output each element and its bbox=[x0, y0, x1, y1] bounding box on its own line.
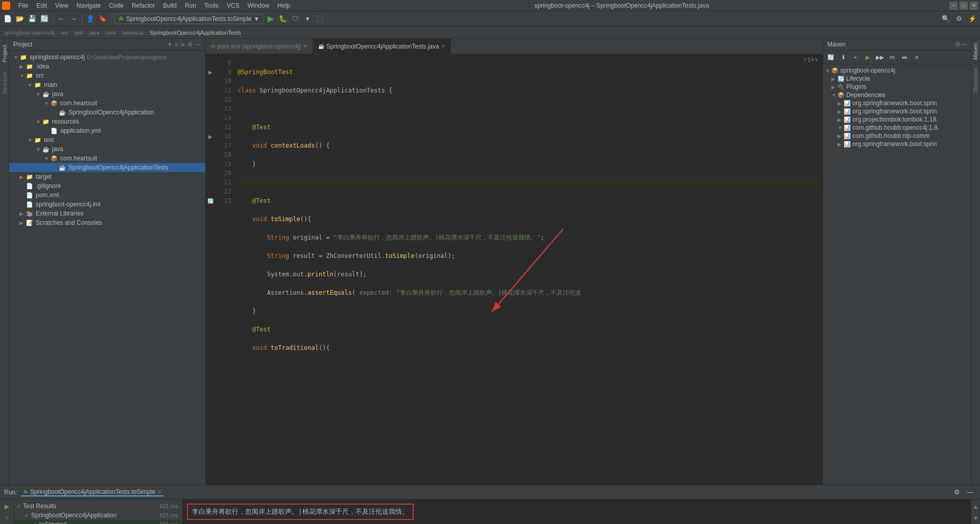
gutter-16[interactable]: ▶ bbox=[206, 132, 215, 141]
back-button[interactable]: ← bbox=[56, 13, 67, 25]
run-nav-down[interactable]: ∨ bbox=[815, 56, 819, 63]
menu-file[interactable]: File bbox=[14, 1, 32, 10]
refresh-button[interactable]: 🔄 bbox=[39, 13, 50, 25]
breadcrumb-current[interactable]: SpringbootOpencc4jApplicationTests bbox=[150, 30, 241, 36]
maven-dep-5[interactable]: ▶ 📊 com.github.houbb:nlp-comm bbox=[823, 132, 971, 140]
run-config-selector[interactable]: ☘ SpringbootOpencc4jApplicationTests.toS… bbox=[114, 14, 264, 24]
run-tab-active[interactable]: ☘ SpringbootOpencc4jApplicationTests.toS… bbox=[21, 488, 163, 496]
project-close-button[interactable]: — bbox=[195, 41, 201, 48]
run-panel-settings[interactable]: ⚙ bbox=[951, 487, 963, 498]
maven-deps[interactable]: ▼ 📦 Dependencies bbox=[823, 91, 971, 99]
tree-app-class[interactable]: ☕ SpringbootOpencc4jApplication bbox=[9, 108, 205, 117]
menu-vcs[interactable]: VCS bbox=[223, 1, 244, 10]
maven-m-button[interactable]: m bbox=[887, 52, 898, 63]
stop-button[interactable]: ⬛ bbox=[314, 13, 325, 25]
maven-dep-2[interactable]: ▶ 📊 org.springframework.boot:sprin bbox=[823, 107, 971, 115]
maven-lifecycle[interactable]: ▶ 🔄 Lifecycle bbox=[823, 75, 971, 83]
user-button[interactable]: 👤 bbox=[85, 13, 96, 25]
maven-plugins[interactable]: ▶ 🔌 Plugins bbox=[823, 83, 971, 91]
gutter-23[interactable]: 🔄 bbox=[206, 196, 215, 205]
code-editor[interactable]: ✓ 1 ∧ ∨ ▶ ▶ � bbox=[206, 54, 823, 485]
settings-button[interactable]: ⚙ bbox=[953, 13, 965, 25]
tree-main-java[interactable]: ▼ ☕ java bbox=[9, 89, 205, 99]
test-child[interactable]: ✓ SpringbootOpencc4jApplication 621 ms bbox=[14, 511, 182, 520]
menu-navigate[interactable]: Navigate bbox=[73, 1, 105, 10]
close-button[interactable]: ✕ bbox=[970, 2, 978, 10]
debug-button[interactable]: 🐛 bbox=[277, 13, 289, 25]
maven-minimize-button[interactable]: — bbox=[961, 41, 967, 48]
tree-test-class[interactable]: ☕ SpringbootOpencc4jApplicationTests bbox=[9, 163, 205, 172]
menu-refactor[interactable]: Refactor bbox=[128, 1, 159, 10]
breadcrumb-part-6[interactable]: heartsuit bbox=[122, 30, 144, 36]
maven-run-button[interactable]: ▶ bbox=[862, 52, 873, 63]
test-leaf[interactable]: ✓ toSimple() 621 ms bbox=[14, 520, 182, 524]
open-button[interactable]: 📂 bbox=[14, 13, 26, 25]
tree-app-yml[interactable]: 📄 application.yml bbox=[9, 126, 205, 135]
tab-tests[interactable]: ☕ SpringbootOpencc4jApplicationTests.jav… bbox=[313, 39, 451, 54]
new-file-button[interactable]: 📄 bbox=[2, 13, 13, 25]
rerun-button[interactable]: ▶ bbox=[2, 502, 12, 512]
maven-dep-1[interactable]: ▶ 📊 org.springframework.boot:sprin bbox=[823, 99, 971, 107]
gutter-9[interactable]: ▶ bbox=[206, 67, 215, 77]
menu-run[interactable]: Run bbox=[181, 1, 200, 10]
forward-button[interactable]: → bbox=[68, 13, 79, 25]
bookmark-button[interactable]: 🔖 bbox=[97, 13, 108, 25]
sidebar-tab-structure[interactable]: Structure bbox=[1, 67, 9, 99]
run-class-button[interactable]: ▶ bbox=[208, 69, 212, 75]
maximize-button[interactable]: □ bbox=[960, 2, 968, 10]
menu-window[interactable]: Window bbox=[244, 1, 274, 10]
menu-code[interactable]: Code bbox=[105, 1, 128, 10]
tree-com-heartsuit-main[interactable]: ▼ 📦 com.heartsuit bbox=[9, 99, 205, 108]
breadcrumb-part-4[interactable]: java bbox=[89, 30, 100, 36]
tab-tests-close[interactable]: ✕ bbox=[441, 43, 445, 49]
minimize-button[interactable]: ─ bbox=[949, 2, 958, 10]
breadcrumb-part-2[interactable]: src bbox=[61, 30, 68, 36]
right-tab-database[interactable]: Database bbox=[971, 64, 979, 96]
project-settings-button[interactable]: ≡ bbox=[175, 41, 178, 48]
tree-iml[interactable]: 📄 springboot-opencc4j.iml bbox=[9, 200, 205, 209]
sync-method-button[interactable]: 🔄 bbox=[207, 198, 213, 204]
tree-main[interactable]: ▼ 📁 main bbox=[9, 80, 205, 89]
test-root[interactable]: ✓ Test Results 621 ms bbox=[14, 502, 182, 511]
right-tab-maven[interactable]: Maven bbox=[971, 39, 979, 64]
scroll-down-button[interactable]: ▼ bbox=[971, 513, 981, 523]
tree-src[interactable]: ▼ 📁 src bbox=[9, 71, 205, 80]
menu-help[interactable]: Help bbox=[273, 1, 294, 10]
maven-dep-4[interactable]: ▼ 📊 com.github.houbb:opencc4j:1.8. bbox=[823, 124, 971, 132]
scroll-up-button[interactable]: ▲ bbox=[971, 502, 981, 512]
maven-skip-button[interactable]: ⏭ bbox=[899, 52, 910, 63]
coverage-button[interactable]: 🛡 bbox=[290, 13, 301, 25]
breadcrumb-part-5[interactable]: com bbox=[105, 30, 116, 36]
maven-play-button[interactable]: ▶▶ bbox=[874, 52, 886, 63]
maven-collapse-button[interactable]: ≡ bbox=[911, 52, 922, 63]
menu-edit[interactable]: Edit bbox=[32, 1, 51, 10]
run-button[interactable]: ▶ bbox=[265, 13, 276, 25]
tree-scratches[interactable]: ▶ 📝 Scratches and Consoles bbox=[9, 218, 205, 227]
tree-com-heartsuit-test[interactable]: ▼ 📦 com.heartsuit bbox=[9, 154, 205, 163]
tree-root[interactable]: ▼ 📁 springboot-opencc4j D:\Java\IdeaProj… bbox=[9, 53, 205, 62]
run-tab-close-btn[interactable]: ✕ bbox=[157, 489, 161, 495]
tree-idea[interactable]: ▶ 📁 .idea bbox=[9, 62, 205, 71]
project-collapse-button[interactable]: ≑ bbox=[180, 41, 185, 48]
tree-pom[interactable]: 📄 pom.xml bbox=[9, 190, 205, 200]
maven-dep-3[interactable]: ▶ 📊 org.projectlombok:lombok:1.18. bbox=[823, 115, 971, 124]
tree-gitignore[interactable]: 📄 .gitignore bbox=[9, 181, 205, 190]
tree-resources[interactable]: ▼ 📁 resources bbox=[9, 117, 205, 126]
run-method-button[interactable]: ▶ bbox=[208, 134, 212, 139]
breadcrumb-part-1[interactable]: springboot-opencc4j bbox=[4, 30, 55, 36]
maven-root[interactable]: ▼ 📦 springboot-opencc4j bbox=[823, 66, 971, 75]
tree-target[interactable]: ▶ 📁 target bbox=[9, 172, 205, 181]
test-filter-button[interactable]: ✓ bbox=[2, 513, 12, 523]
maven-download-button[interactable]: ⬇ bbox=[838, 52, 849, 63]
search-button[interactable]: 🔍 bbox=[940, 13, 951, 25]
run-panel-minimize[interactable]: — bbox=[965, 487, 976, 498]
maven-refresh-button[interactable]: 🔄 bbox=[825, 52, 836, 63]
maven-dep-6[interactable]: ▶ 📊 org.springframework.boot:sprin bbox=[823, 140, 971, 148]
maven-settings-button[interactable]: ⚙ bbox=[955, 41, 961, 48]
menu-build[interactable]: Build bbox=[159, 1, 181, 10]
menu-tools[interactable]: Tools bbox=[200, 1, 223, 10]
project-gear-button[interactable]: ⚙ bbox=[187, 41, 193, 48]
save-all-button[interactable]: 💾 bbox=[27, 13, 38, 25]
more-run-button[interactable]: ▾ bbox=[302, 13, 313, 25]
run-nav-up[interactable]: ∧ bbox=[810, 56, 815, 63]
